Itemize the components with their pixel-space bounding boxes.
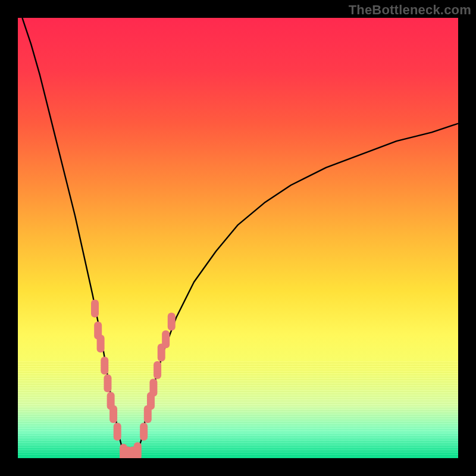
- marker-point: [149, 379, 157, 397]
- marker-point: [124, 447, 132, 458]
- marker-point: [120, 444, 127, 458]
- marker-point: [147, 392, 155, 410]
- marker-point: [107, 392, 115, 410]
- marker-point: [94, 321, 102, 339]
- marker-point: [158, 343, 165, 361]
- marker-point: [168, 313, 176, 331]
- marker-point: [154, 361, 161, 379]
- marker-point: [97, 335, 105, 353]
- gradient-banding: [18, 361, 458, 458]
- marker-point: [114, 423, 121, 441]
- marker-point: [140, 423, 148, 441]
- marker-point: [129, 447, 137, 458]
- marker-point: [134, 442, 142, 458]
- marker-point: [101, 357, 108, 375]
- marker-point: [91, 299, 99, 317]
- bottleneck-curve: [22, 18, 458, 458]
- plot-area: [18, 18, 458, 458]
- chart-frame: TheBottleneck.com: [0, 0, 476, 476]
- marker-point: [162, 330, 170, 348]
- watermark-text: TheBottleneck.com: [349, 2, 471, 18]
- marker-point: [109, 405, 117, 423]
- curve-layer: [18, 18, 458, 458]
- marker-point: [104, 374, 111, 392]
- marker-layer: [91, 299, 176, 458]
- marker-point: [144, 405, 152, 423]
